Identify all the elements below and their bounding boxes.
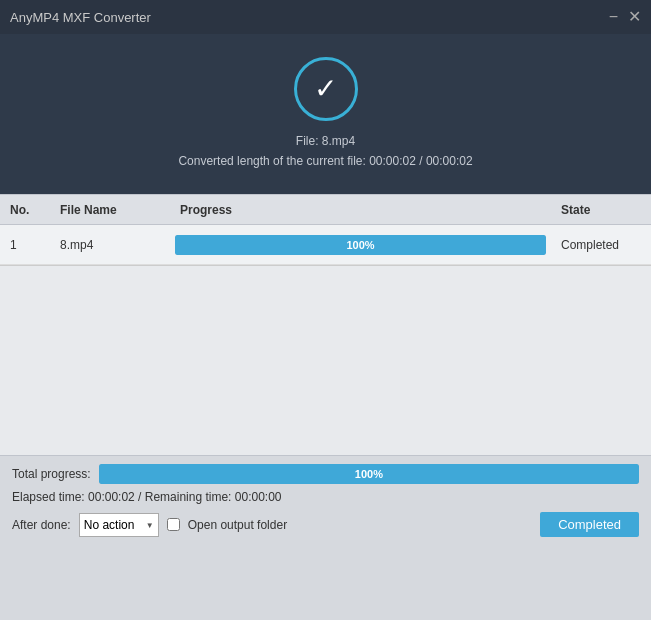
file-label: File: 8.mp4 <box>178 131 472 151</box>
col-header-progress: Progress <box>170 203 551 217</box>
top-section: ✓ File: 8.mp4 Converted length of the cu… <box>0 34 651 194</box>
check-icon: ✓ <box>314 75 337 103</box>
open-folder-label: Open output folder <box>188 518 287 532</box>
after-done-label: After done: <box>12 518 71 532</box>
cell-no: 1 <box>0 238 50 252</box>
table-header: No. File Name Progress State <box>0 195 651 225</box>
app-title: AnyMP4 MXF Converter <box>10 10 151 25</box>
table-section: No. File Name Progress State 1 8.mp4 100… <box>0 194 651 265</box>
total-progress-label: Total progress: <box>12 467 91 481</box>
after-done-select[interactable]: No action Exit Hibernate Shutdown <box>79 513 159 537</box>
after-done-row: After done: No action Exit Hibernate Shu… <box>12 512 639 537</box>
cell-state: Completed <box>551 238 651 252</box>
total-progress-text: 100% <box>355 468 383 480</box>
title-bar-controls: − ✕ <box>609 9 641 25</box>
converted-length: Converted length of the current file: 00… <box>178 151 472 171</box>
total-progress-row: Total progress: 100% <box>12 464 639 484</box>
col-header-filename: File Name <box>50 203 170 217</box>
empty-area <box>0 265 651 455</box>
completed-button[interactable]: Completed <box>540 512 639 537</box>
close-button[interactable]: ✕ <box>628 9 641 25</box>
cell-progress: 100% <box>170 235 551 255</box>
col-header-state: State <box>551 203 651 217</box>
total-progress-bar-bg: 100% <box>99 464 639 484</box>
title-bar: AnyMP4 MXF Converter − ✕ <box>0 0 651 34</box>
after-done-select-wrapper[interactable]: No action Exit Hibernate Shutdown <box>79 513 159 537</box>
progress-bar-text: 100% <box>346 239 374 251</box>
progress-bar-bg: 100% <box>175 235 546 255</box>
file-info: File: 8.mp4 Converted length of the curr… <box>178 131 472 172</box>
check-circle: ✓ <box>294 57 358 121</box>
open-folder-checkbox[interactable] <box>167 518 180 531</box>
col-header-no: No. <box>0 203 50 217</box>
minimize-button[interactable]: − <box>609 9 618 25</box>
bottom-section: Total progress: 100% Elapsed time: 00:00… <box>0 455 651 543</box>
elapsed-row: Elapsed time: 00:00:02 / Remaining time:… <box>12 490 639 504</box>
table-row: 1 8.mp4 100% Completed <box>0 225 651 265</box>
elapsed-label: Elapsed time: 00:00:02 / Remaining time:… <box>12 490 282 504</box>
cell-filename: 8.mp4 <box>50 238 170 252</box>
